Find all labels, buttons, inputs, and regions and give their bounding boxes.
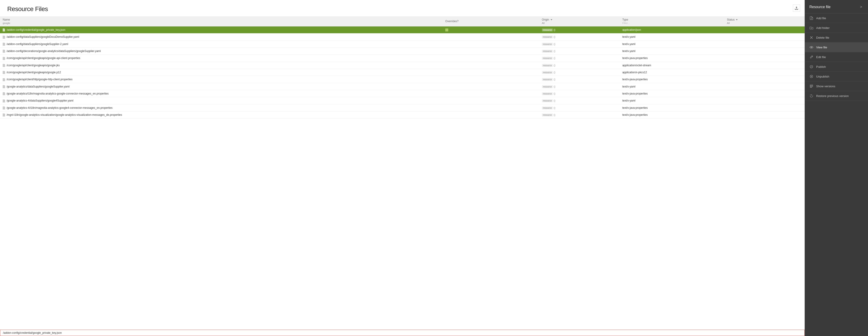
file-icon [3,50,5,53]
type-cell: text/x-yaml [620,97,724,104]
overrides-cell [443,83,539,90]
table-row[interactable]: /com/google/api/client/googleapis/google… [0,62,805,69]
type-cell: text/x-yaml [620,33,724,40]
status-bar: /addon-config/credential/google_private_… [0,330,805,336]
file-icon [3,100,5,102]
overrides-column-header: Overrides? [443,16,539,27]
unpublish-label: Unpublish [816,75,829,78]
view-file-label: View file [816,46,827,49]
file-type: text/x-yaml [622,35,636,38]
edit-file-icon [809,55,813,59]
file-type: application/x-pkcs12 [622,71,647,74]
origin-cell: resource {} [539,33,620,40]
status-cell [724,76,805,83]
table-row[interactable]: /com/google/api/client/http/google-http-… [0,76,805,83]
action-unpublish[interactable]: Unpublish [805,72,868,81]
file-name-cell: /google-analytics-4/dataSuppliers/google… [0,97,443,104]
overrides-cell [443,104,539,111]
overrides-color-block [445,29,448,31]
table-row[interactable]: /google-analytics-4/dataSuppliers/google… [0,97,805,104]
type-cell: application/json [620,27,724,33]
status-cell [724,90,805,97]
overrides-cell [443,62,539,69]
table-row[interactable]: /mgnl-i18n/google-analytics-visualizatio… [0,111,805,118]
origin-badge: resource [542,57,553,60]
add-folder-icon [809,26,813,30]
add-folder-label: Add folder [816,26,830,30]
origin-braces: {} [554,78,555,81]
action-view-file[interactable]: View file [805,42,868,52]
file-name: /google-analytics-4/i18n/magnolia-analyt… [6,106,113,109]
file-icon [3,113,5,116]
file-icon [3,64,5,67]
status-cell [724,83,805,90]
type-filter-value: Filter... [622,22,721,25]
action-delete-file[interactable]: Delete file [805,33,868,42]
panel-actions: Add fileAdd folderDelete fileView fileEd… [805,13,868,336]
file-name: /google-analytics-4/dataSuppliers/google… [6,99,73,102]
type-cell: text/x-java-properties [620,90,724,97]
overrides-cell [443,27,539,33]
name-filter-value: google [3,22,440,25]
action-publish[interactable]: Publish [805,62,868,72]
file-type: text/x-yaml [622,99,636,102]
status-column-header: Status All [724,16,805,27]
origin-braces: {} [554,57,555,60]
origin-braces: {} [554,50,555,53]
status-cell [724,104,805,111]
right-panel: Resource file > Add fileAdd folderDelete… [805,0,868,336]
action-edit-file[interactable]: Edit file [805,52,868,62]
overrides-cell [443,69,539,76]
file-name: /google-analytics/dataSuppliers/googleSu… [6,85,69,88]
name-column-header: Name google [0,16,443,27]
origin-badge: resource [542,78,553,81]
file-type: text/x-yaml [622,85,636,88]
status-filter-value: All [727,22,802,25]
action-show-versions[interactable]: Show versions [805,81,868,91]
panel-collapse-button[interactable]: > [859,4,864,9]
action-restore-previous-version[interactable]: Restore previous version [805,91,868,101]
table-row[interactable]: /google-analytics/i18n/magnolia-analytic… [0,90,805,97]
origin-braces: {} [554,43,555,45]
origin-badge: resource [542,106,553,109]
add-file-label: Add file [816,16,826,20]
status-filter-chevron [736,19,738,20]
table-row[interactable]: /addon-config/dataSuppliers/googleDocuDe… [0,33,805,40]
table-row[interactable]: /google-analytics-4/i18n/magnolia-analyt… [0,104,805,111]
table-row[interactable]: /com/google/api/client/googleapis/google… [0,55,805,62]
file-name: /addon-config/credential/google_private_… [6,28,65,31]
origin-braces: {} [554,92,555,95]
origin-filter-value: All [542,22,617,25]
file-name: /com/google/api/client/http/google-http-… [6,78,73,81]
origin-braces: {} [554,113,555,116]
file-type: text/x-yaml [622,49,636,53]
type-cell: text/x-java-properties [620,76,724,83]
file-type: text/x-yaml [622,42,636,46]
svg-rect-4 [810,85,813,86]
action-add-file[interactable]: Add file [805,13,868,23]
delete-file-label: Delete file [816,36,829,39]
export-icon [795,6,798,10]
delete-file-icon [809,35,813,40]
type-cell: application/x-pkcs12 [620,69,724,76]
table-row[interactable]: /addon-config/decorations/google-analyti… [0,47,805,55]
table-row[interactable]: /addon-config/dataSuppliers/googleSuppli… [0,40,805,47]
file-name: /com/google/api/client/googleapis/google… [6,64,60,67]
file-name-cell: /com/google/api/client/googleapis/google… [0,69,443,76]
file-name-cell: /com/google/api/client/googleapis/google… [0,62,443,69]
main-content: Resource Files Name google Overrides? [0,0,805,336]
table-row[interactable]: /addon-config/credential/google_private_… [0,27,805,33]
file-type: text/x-java-properties [622,113,648,116]
file-name: /addon-config/dataSuppliers/googleDocuDe… [6,35,79,38]
file-name-cell: /addon-config/credential/google_private_… [0,27,443,33]
origin-braces: {} [554,106,555,109]
table-row[interactable]: /com/google/api/client/googleapis/google… [0,69,805,76]
table-row[interactable]: /google-analytics/dataSuppliers/googleSu… [0,83,805,90]
export-button[interactable] [793,4,800,12]
action-add-folder[interactable]: Add folder [805,23,868,33]
file-icon [3,29,5,31]
origin-column-header: Origin All [539,16,620,27]
origin-badge: resource [542,50,553,53]
type-cell: text/x-yaml [620,40,724,47]
file-icon [3,78,5,81]
